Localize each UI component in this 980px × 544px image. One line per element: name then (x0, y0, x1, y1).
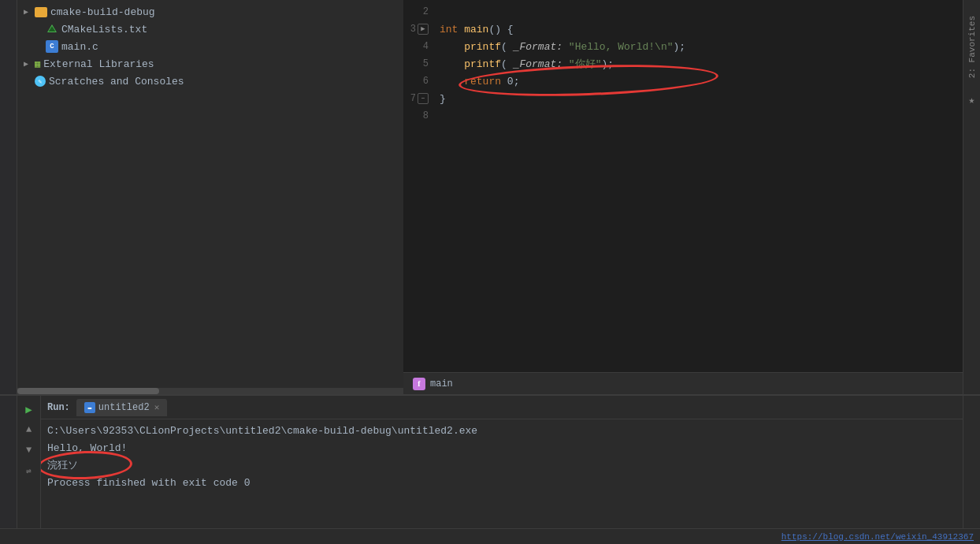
run-chinese-text: 浣狅ソ (47, 457, 78, 475)
bottom-right-bar (963, 396, 980, 528)
sidebar-scrollbar[interactable] (17, 388, 403, 394)
run-path-text: C:\Users\92353\CLionProjects\untitled2\c… (47, 423, 477, 440)
run-hello-text: Hello, World! (47, 440, 127, 457)
line-number-row: 3 ▶ (403, 20, 429, 38)
run-controls: ▶ ▲ ▼ ⇌ (17, 396, 41, 528)
external-libs-icon: ▦ (35, 58, 40, 70)
run-play-button[interactable]: ▶ (20, 401, 38, 418)
bottom-left-gutter (0, 396, 17, 528)
run-wrap-button[interactable]: ⇌ (20, 462, 38, 479)
folder-icon (35, 7, 47, 17)
favorites-star-icon[interactable]: ★ (969, 94, 975, 106)
breadcrumb-fn-icon: f (413, 378, 425, 390)
sidebar-item-scratches[interactable]: ✎ Scratches and Consoles (17, 73, 403, 90)
expand-arrow-icon: ▶ (24, 59, 33, 69)
line-number-row: 4 (403, 38, 429, 55)
run-output-hello: Hello, World! (47, 440, 956, 457)
project-panel: ▶ cmake-build-debug CMakeLists.txt (17, 0, 403, 394)
url-link[interactable]: https://blog.csdn.net/weixin_43912367 (781, 532, 974, 542)
sidebar-scrollbar-thumb[interactable] (17, 388, 159, 394)
line-number-row: 6 (403, 73, 429, 90)
code-line-4: printf( _Format: "Hello, World!\n"); (440, 38, 963, 55)
run-scroll-down-button[interactable]: ▼ (20, 442, 38, 459)
run-output-exit: Process finished with exit code 0 (47, 475, 956, 492)
run-tab-terminal-icon: ▬ (84, 402, 95, 413)
sidebar-item-label: Scratches and Consoles (49, 76, 184, 88)
fold-icon-close[interactable]: – (418, 93, 429, 104)
code-line-5: printf( _Format: "你好"); (440, 55, 963, 73)
editor-content: 2 3 ▶ 4 5 6 7 – 8 (403, 0, 963, 372)
run-label: Run: (47, 402, 70, 413)
favorites-bar: 2: Favorites ★ (963, 0, 980, 394)
bottom-panel: ▶ ▲ ▼ ⇌ Run: ▬ untitled2 ✕ C:\Users\9235… (0, 394, 980, 528)
cmake-icon (46, 23, 58, 35)
favorites-label[interactable]: 2: Favorites (967, 16, 977, 78)
c-file-icon: C (46, 40, 58, 53)
code-line-2 (440, 3, 963, 20)
left-gutter (0, 0, 17, 394)
line-number-row: 5 (403, 55, 429, 73)
code-area[interactable]: int main() { printf( _Format: "Hello, Wo… (433, 3, 963, 372)
code-line-6: return 0; (440, 73, 963, 90)
fold-icon[interactable]: ▶ (418, 24, 429, 35)
sidebar-item-label: cmake-build-debug (50, 6, 155, 18)
run-exit-text: Process finished with exit code 0 (47, 475, 250, 492)
run-output-path: C:\Users\92353\CLionProjects\untitled2\c… (47, 423, 956, 440)
run-tab-close-icon[interactable]: ✕ (154, 402, 160, 412)
line-numbers: 2 3 ▶ 4 5 6 7 – 8 (403, 3, 433, 372)
sidebar-tree: ▶ cmake-build-debug CMakeLists.txt (17, 0, 403, 388)
sidebar-item-mainc[interactable]: C main.c (17, 38, 403, 55)
expand-arrow-icon: ▶ (24, 7, 33, 17)
sidebar-item-external-libs[interactable]: ▶ ▦ External Libraries (17, 55, 403, 73)
line-number-row: 7 – (403, 90, 429, 107)
sidebar-item-label: External Libraries (43, 58, 154, 70)
run-output-chinese: 浣狅ソ (47, 457, 956, 475)
run-output: C:\Users\92353\CLionProjects\untitled2\c… (41, 419, 963, 528)
scratch-icon: ✎ (35, 76, 46, 87)
run-scroll-up-button[interactable]: ▲ (20, 421, 38, 438)
run-tab-name: untitled2 (98, 402, 150, 413)
sidebar-item-cmakelists[interactable]: CMakeLists.txt (17, 20, 403, 38)
editor-breadcrumb: f main (403, 372, 963, 394)
url-bar: https://blog.csdn.net/weixin_43912367 (0, 528, 980, 544)
code-line-7: } (440, 90, 963, 107)
sidebar-item-label: main.c (61, 41, 98, 53)
sidebar-item-label: CMakeLists.txt (61, 24, 147, 35)
code-line-8 (440, 107, 963, 125)
line-number-row: 8 (403, 107, 429, 125)
line-number-row: 2 (403, 3, 429, 20)
run-tab-bar: Run: ▬ untitled2 ✕ (41, 396, 963, 419)
sidebar-item-cmake-build-debug[interactable]: ▶ cmake-build-debug (17, 3, 403, 20)
editor-area: 2 3 ▶ 4 5 6 7 – 8 (403, 0, 963, 394)
run-panel: Run: ▬ untitled2 ✕ C:\Users\92353\CLionP… (41, 396, 963, 528)
code-line-3: int main() { (440, 20, 963, 38)
breadcrumb-fn-name: main (430, 378, 453, 389)
run-tab-untitled2[interactable]: ▬ untitled2 ✕ (76, 399, 167, 416)
